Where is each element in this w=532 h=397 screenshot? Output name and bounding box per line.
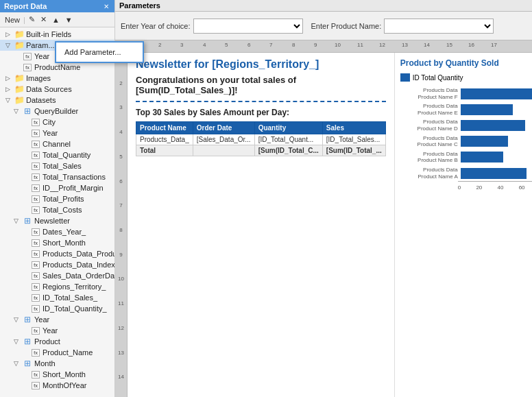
- field-icon: fx: [30, 249, 41, 258]
- right-panel: Parameters Enter Year of choice: Enter P…: [115, 0, 532, 397]
- report-main: Newsletter for [Regions_Territory_] Cong…: [128, 53, 532, 397]
- tree-item-month-ds[interactable]: ▽ ⊞ Month: [0, 358, 114, 369]
- cell-total-quantity: [Sum(ID_Total_C...: [254, 145, 322, 156]
- tree-item-productname[interactable]: fx ProductName: [0, 62, 114, 73]
- field-icon: fx: [30, 293, 41, 302]
- tree-item-product-name[interactable]: fxProduct_Name: [0, 347, 114, 358]
- tree-item-total-profits[interactable]: fxTotal_Profits: [0, 193, 114, 204]
- tree-item-short-month[interactable]: fxShort_Month: [0, 237, 114, 248]
- tree-item-images[interactable]: ▷ 📁 Images: [0, 73, 114, 84]
- tree-item-datasources[interactable]: ▷ 📁 Data Sources: [0, 84, 114, 95]
- legend-label: ID Total Quantity: [413, 74, 463, 82]
- edit-button[interactable]: ✎: [27, 14, 37, 25]
- tree-item-querybuilder[interactable]: ▽ ⊞ QueryBuilder: [0, 106, 114, 117]
- tree-label: ProductName: [34, 63, 80, 71]
- chart-axis-line: [458, 181, 532, 182]
- chart-legend: ID Total Quantity: [400, 73, 532, 82]
- left-panel-header: Report Data ✕: [0, 0, 114, 12]
- tree-item-dates-year[interactable]: fxDates_Year_: [0, 226, 114, 237]
- chart-bar-wrap: [461, 120, 532, 131]
- tree-item-datasets[interactable]: ▽ 📁 Datasets: [0, 95, 114, 106]
- cell-total-orderdate: [193, 145, 254, 156]
- chart-bar-label: Products Data Product Name A: [403, 167, 458, 180]
- delete-button[interactable]: ✕: [38, 14, 49, 25]
- tree-item-total-costs[interactable]: fxTotal_Costs: [0, 204, 114, 215]
- tree-item-city[interactable]: fxCity: [0, 117, 114, 128]
- panel-title: Report Data: [4, 2, 47, 10]
- param1-input[interactable]: [193, 19, 303, 34]
- tree-item-year-ds[interactable]: ▽ ⊞ Year: [0, 314, 114, 325]
- tree-item-products-data-index[interactable]: fxProducts_Data_Index_...: [0, 259, 114, 270]
- chart-bar-label: Products Data Product Name B: [403, 151, 458, 164]
- tree-item-total-quantity[interactable]: fxTotal_Quantity: [0, 149, 114, 160]
- ruler-marks: 1 2 3 4 5 6 7 8 9 10 11 12 13 14 15 16 1…: [125, 40, 532, 52]
- tree-item-regions-territory[interactable]: fxRegions_Territory_: [0, 281, 114, 292]
- tree-item-short-month2[interactable]: fxShort_Month: [0, 369, 114, 380]
- chart-panel: Product by Quantity Sold ID Total Quanti…: [394, 53, 532, 397]
- chart-bar-label: Products Data Product Name F: [403, 87, 458, 100]
- toggle-icon: ▽: [14, 108, 22, 115]
- param1-group: Enter Year of choice:: [121, 19, 303, 34]
- tree-item-sales-data-orderdate[interactable]: fxSales_Data_OrderDate_...: [0, 270, 114, 281]
- cell-sales: [ID_Total_Sales...: [322, 134, 385, 145]
- new-button[interactable]: New: [3, 15, 22, 25]
- chart-bar-wrap: [461, 168, 532, 179]
- chart-bar-row: Products Data Product Name B: [403, 151, 532, 164]
- field-icon: fx: [22, 62, 33, 72]
- chart-bar-row: Products Data Product Name A: [403, 167, 532, 180]
- chart-bar-wrap: [461, 152, 532, 163]
- toggle-icon: ▽: [14, 217, 22, 224]
- data-tree: ▷ 📁 Built-in Fields ▽ 📁 Param... fx Year…: [0, 27, 114, 397]
- tree-item-monthofyear[interactable]: fxMonthOfYear: [0, 380, 114, 391]
- field-icon: fx: [30, 161, 41, 171]
- row-ruler: 1 2 3 4 5 6 7 8 9 10 11 12 13 14: [115, 53, 128, 397]
- field-icon: fx: [30, 370, 41, 379]
- chart-bar-row: Products Data Product Name D: [403, 119, 532, 132]
- col-header-quantity: Quantity: [254, 122, 322, 134]
- toggle-icon: ▷: [5, 31, 14, 38]
- tree-item-year-field[interactable]: fxYear: [0, 325, 114, 336]
- field-icon: fx: [30, 183, 41, 193]
- folder-icon: 📁: [14, 84, 25, 94]
- up-button[interactable]: ▲: [50, 15, 62, 25]
- close-button[interactable]: ✕: [102, 3, 110, 10]
- chart-axis: 0 20 40 60 80: [400, 184, 532, 191]
- tree-item-built-in[interactable]: ▷ 📁 Built-in Fields: [0, 29, 114, 40]
- folder-icon: 📁: [14, 95, 25, 105]
- tree-label: Product: [34, 337, 60, 346]
- chart-bar-row: Products Data Product Name E: [403, 103, 532, 116]
- chart-bar: [461, 168, 527, 179]
- tree-item-newsletter[interactable]: ▽ ⊞ Newsletter: [0, 215, 114, 226]
- field-icon: fx: [30, 271, 41, 280]
- tree-item-total-transactions[interactable]: fxTotal_Transactions: [0, 171, 114, 182]
- tree-item-id-total-sales[interactable]: fxID_Total_Sales_: [0, 292, 114, 303]
- field-icon: fx: [30, 326, 41, 335]
- field-icon: fx: [30, 304, 41, 313]
- field-icon: fx: [30, 238, 41, 248]
- toggle-icon: ▽: [5, 97, 14, 104]
- tree-item-id-total-quantity[interactable]: fxID_Total_Quantity_: [0, 303, 114, 314]
- dataset-icon: ⊞: [22, 106, 33, 116]
- chart-bar-wrap: [461, 136, 532, 147]
- field-icon: fx: [30, 381, 41, 390]
- param2-input[interactable]: [384, 19, 494, 34]
- down-button[interactable]: ▼: [63, 15, 75, 25]
- add-parameter-item[interactable]: Add Parameter...: [56, 45, 143, 59]
- chart-bar-label: Products Data Product Name E: [403, 103, 458, 116]
- tree-item-product-ds[interactable]: ▽ ⊞ Product: [0, 336, 114, 347]
- cell-total-sales: [Sum(ID_Total_...: [322, 145, 385, 156]
- tree-item-total-sales[interactable]: fxTotal_Sales: [0, 160, 114, 171]
- tree-label: Newsletter: [34, 217, 70, 225]
- tree-item-qb-year[interactable]: fxYear: [0, 128, 114, 139]
- toggle-icon: ▷: [5, 75, 14, 82]
- tree-item-id-profit-margin[interactable]: fxID__Profit_Margin: [0, 182, 114, 193]
- dataset-icon: ⊞: [22, 359, 33, 368]
- tree-item-channel[interactable]: fxChannel: [0, 139, 114, 149]
- params-bar-title: Parameters: [115, 0, 532, 12]
- col-header-product: Product Name: [136, 122, 193, 134]
- folder-icon: 📁: [14, 40, 25, 50]
- param2-label: Enter Product Name:: [311, 22, 382, 30]
- report-title: Newsletter for [Regions_Territory_]: [136, 58, 386, 71]
- col-header-sales: Sales: [322, 122, 385, 134]
- tree-item-products-data-product[interactable]: fxProducts_Data_Product...: [0, 248, 114, 259]
